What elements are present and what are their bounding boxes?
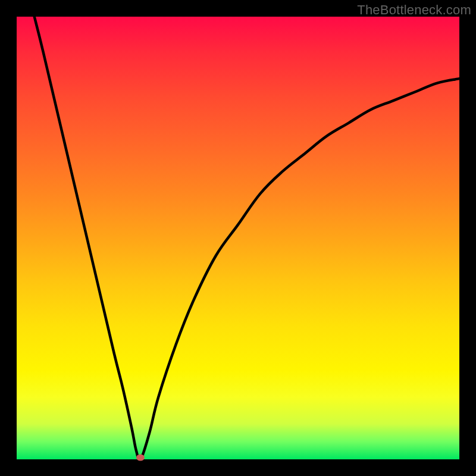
chart-frame: TheBottleneck.com	[0, 0, 476, 476]
minimum-marker	[136, 455, 145, 461]
bottleneck-curve	[17, 17, 459, 459]
watermark-text: TheBottleneck.com	[357, 2, 471, 18]
plot-area	[17, 17, 459, 459]
